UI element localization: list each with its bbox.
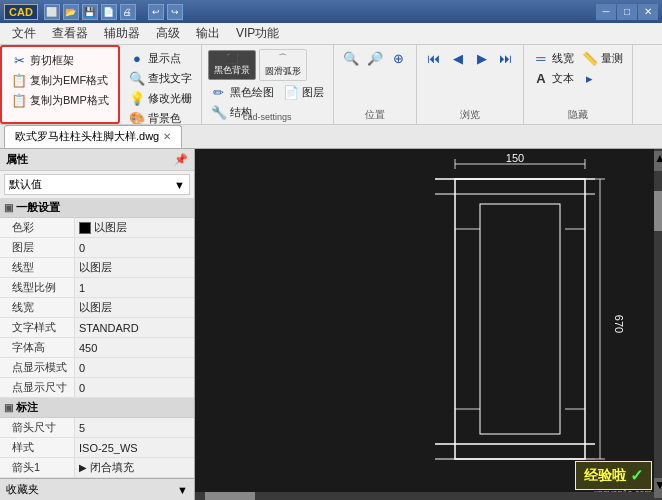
prop-fontheight-name: 字体高 [0, 338, 75, 357]
prop-textstyle-name: 文字样式 [0, 318, 75, 337]
prop-layer: 图层 0 [0, 238, 194, 258]
prop-style: 样式 ISO-25_WS [0, 438, 194, 458]
title-bar: CAD ⬜ 📂 💾 📄 🖨 ↩ ↪ ─ □ ✕ [0, 0, 662, 23]
black-draw-button[interactable]: ✏ 黑色绘图 [208, 83, 277, 101]
tab-main[interactable]: 欧式罗马柱柱头柱脚大样.dwg ✕ [4, 125, 182, 148]
cut-frame-button[interactable]: ✂ 剪切框架 [8, 51, 112, 69]
new-icon[interactable]: ⬜ [44, 4, 60, 20]
measure-icon: 📏 [582, 50, 598, 66]
section-markers-toggle: ▣ [4, 402, 13, 413]
zoom-in-button[interactable]: 🔍 [340, 49, 362, 67]
main-content: 属性 📌 默认值 ▼ ▣ 一般设置 色彩 以图层 图层 [0, 149, 662, 500]
nav-last-icon: ⏭ [498, 50, 514, 66]
saveas-icon[interactable]: 📄 [101, 4, 117, 20]
show-point-button[interactable]: ● 显示点 [126, 49, 195, 67]
find-text-label: 查找文字 [148, 71, 192, 86]
text-button[interactable]: A 文本 [530, 69, 577, 87]
cad-logo: CAD [4, 4, 38, 20]
cut-icon: ✂ [11, 52, 27, 68]
tab-close-icon[interactable]: ✕ [163, 131, 171, 142]
prop-textstyle-value: STANDARD [75, 318, 194, 337]
properties-list: ▣ 一般设置 色彩 以图层 图层 0 线型 以图层 线型比例 1 [0, 198, 194, 478]
dropdown-arrow-icon: ▼ [174, 179, 185, 191]
panel-footer[interactable]: 收藏夹 ▼ [0, 478, 194, 500]
measure-button[interactable]: 📏 量测 [579, 49, 626, 67]
prop-pointmode-value: 0 [75, 358, 194, 377]
more-icon: ▸ [582, 70, 598, 86]
ribbon-group-position-label: 位置 [334, 108, 416, 122]
linewidth-button[interactable]: ═ 线宽 [530, 49, 577, 67]
section-markers-label: 标注 [16, 400, 38, 415]
black-bg-button[interactable]: ⬛ 黑色背景 [208, 50, 256, 80]
vertical-scrollbar[interactable]: ▲ ▼ [654, 149, 662, 500]
scroll-down-btn[interactable]: ▼ [654, 478, 662, 498]
zoom-in-icon: 🔍 [343, 50, 359, 66]
show-point-label: 显示点 [148, 51, 181, 66]
zoom-out-button[interactable]: 🔎 [364, 49, 386, 67]
window-controls: ─ □ ✕ [596, 4, 658, 20]
menu-file[interactable]: 文件 [4, 23, 44, 44]
nav-last-button[interactable]: ⏭ [495, 49, 517, 67]
smooth-arc-label: 圆滑弧形 [265, 65, 301, 78]
section-general-header[interactable]: ▣ 一般设置 [0, 198, 194, 218]
measure-label: 量测 [601, 51, 623, 66]
prop-linetype: 线型 以图层 [0, 258, 194, 278]
scroll-up-btn[interactable]: ▲ [654, 151, 662, 171]
nav-prev-icon: ◀ [450, 50, 466, 66]
menu-advanced[interactable]: 高级 [148, 23, 188, 44]
panel-footer-expand-icon: ▼ [177, 484, 188, 496]
prop-arrowsize-value: 5 [75, 418, 194, 437]
copy-emf-button[interactable]: 📋 复制为EMF格式 [8, 71, 112, 89]
smooth-arc-button[interactable]: ⌒ 圆滑弧形 [259, 49, 307, 81]
menu-view[interactable]: 查看器 [44, 23, 96, 44]
menu-output[interactable]: 输出 [188, 23, 228, 44]
light-label: 修改光栅 [148, 91, 192, 106]
scroll-thumb[interactable] [654, 191, 662, 231]
show-point-icon: ● [129, 50, 145, 66]
layer-small-label: 图层 [302, 85, 324, 100]
nav-first-icon: ⏮ [426, 50, 442, 66]
copy-emf-label: 复制为EMF格式 [30, 73, 108, 88]
undo-icon[interactable]: ↩ [148, 4, 164, 20]
light-button[interactable]: 💡 修改光栅 [126, 89, 195, 107]
nav-prev-button[interactable]: ◀ [447, 49, 469, 67]
prop-linetype-value: 以图层 [75, 258, 194, 277]
prop-style-name: 样式 [0, 438, 75, 457]
nav-first-button[interactable]: ⏮ [423, 49, 445, 67]
prop-color-value: 以图层 [75, 218, 194, 237]
properties-dropdown[interactable]: 默认值 ▼ [4, 174, 190, 195]
print-icon[interactable]: 🖨 [120, 4, 136, 20]
find-text-button[interactable]: 🔍 查找文字 [126, 69, 195, 87]
prop-color: 色彩 以图层 [0, 218, 194, 238]
prop-linescale-name: 线型比例 [0, 278, 75, 297]
ribbon-group-cad-label: cad-settings [202, 112, 333, 122]
more-button[interactable]: ▸ [579, 69, 601, 87]
panel-pin-icon[interactable]: 📌 [174, 153, 188, 166]
bg-color-icon: 🎨 [129, 110, 145, 125]
prop-fontheight: 字体高 450 [0, 338, 194, 358]
section-markers-header[interactable]: ▣ 标注 [0, 398, 194, 418]
hscroll-thumb[interactable] [205, 492, 255, 500]
prop-pointmode: 点显示模式 0 [0, 358, 194, 378]
copy-bmp-button[interactable]: 📋 复制为BMP格式 [8, 91, 112, 109]
redo-icon[interactable]: ↪ [167, 4, 183, 20]
zoom-fit-button[interactable]: ⊕ [388, 49, 410, 67]
prop-color-name: 色彩 [0, 218, 75, 237]
arrow1-icon: ▶ [79, 462, 87, 473]
layer-small-button[interactable]: 📄 图层 [280, 83, 327, 101]
menu-helper[interactable]: 辅助器 [96, 23, 148, 44]
ribbon-group-cad: ⬛ 黑色背景 ⌒ 圆滑弧形 ✏ 黑色绘图 📄 图层 [202, 45, 334, 124]
close-button[interactable]: ✕ [638, 4, 658, 20]
minimize-button[interactable]: ─ [596, 4, 616, 20]
bg-color-button[interactable]: 🎨 背景色 [126, 109, 195, 125]
save-icon[interactable]: 💾 [82, 4, 98, 20]
nav-next-button[interactable]: ▶ [471, 49, 493, 67]
open-icon[interactable]: 📂 [63, 4, 79, 20]
color-swatch [79, 222, 91, 234]
prop-arrow1-name: 箭头1 [0, 458, 75, 477]
prop-pointsize-name: 点显示尺寸 [0, 378, 75, 397]
maximize-button[interactable]: □ [617, 4, 637, 20]
ribbon-group-browse-label: 浏览 [417, 108, 523, 122]
horizontal-scrollbar[interactable] [195, 492, 654, 500]
menu-vip[interactable]: VIP功能 [228, 23, 287, 44]
